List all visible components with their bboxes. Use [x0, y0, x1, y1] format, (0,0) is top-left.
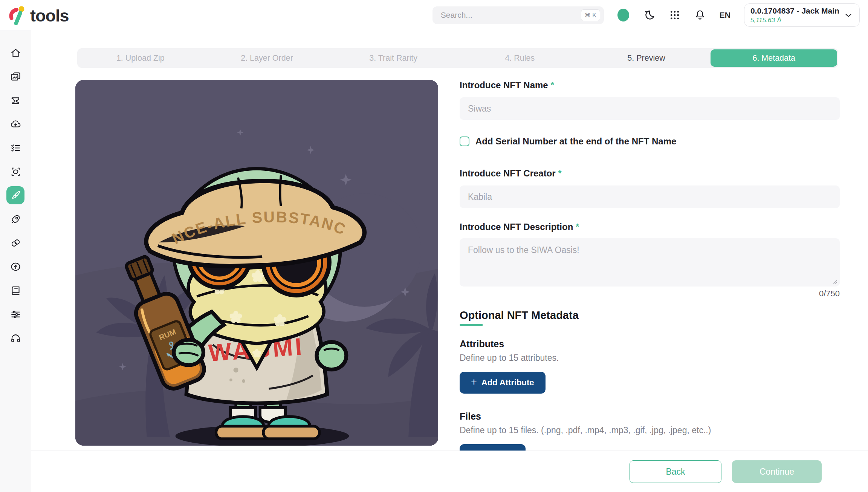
description-char-counter: 0/750 — [460, 289, 840, 299]
paint-brush-icon — [10, 190, 21, 201]
nft-creator-label: Introduce NFT Creator * — [460, 168, 840, 179]
sliders-icon — [10, 308, 21, 320]
account-id-name: 0.0.1704837 - Jack Main — [750, 6, 844, 16]
rocket-icon — [10, 213, 21, 225]
serial-number-checkbox[interactable] — [460, 136, 469, 146]
sidebar-item-launch[interactable] — [6, 210, 24, 228]
main-content: 1. Upload Zip 2. Layer Order 3. Trait Ra… — [31, 30, 868, 492]
continue-button[interactable]: Continue — [732, 460, 822, 483]
step-preview[interactable]: 5. Preview — [583, 48, 710, 68]
sidebar-item-docs[interactable] — [6, 281, 24, 299]
step-rules[interactable]: 4. Rules — [457, 48, 583, 68]
sidebar-item-publish[interactable] — [6, 257, 24, 276]
metadata-form: Introduce NFT Name * Add Serial Number a… — [460, 80, 840, 466]
search-shortcut-badge: ⌘ K — [581, 9, 600, 21]
sidebar-item-design-active[interactable] — [6, 186, 24, 204]
sidebar-item-focus[interactable] — [6, 162, 24, 181]
wizard-footer: Back Continue — [31, 451, 868, 492]
home-icon — [10, 47, 21, 59]
logo-text: tools — [30, 6, 69, 26]
plus-icon: + — [471, 376, 477, 388]
step-trait-rarity[interactable]: 3. Trait Rarity — [330, 48, 457, 68]
sidebar-item-checklist[interactable] — [6, 139, 24, 157]
attributes-hint: Define up to 15 attributes. — [460, 353, 840, 363]
cloud-upload-icon — [10, 118, 21, 130]
step-metadata[interactable]: 6. Metadata — [711, 49, 837, 67]
heading-underline — [460, 324, 483, 326]
rings-icon — [10, 237, 21, 249]
required-asterisk: * — [550, 80, 554, 90]
chevron-down-icon — [844, 10, 853, 20]
app-logo[interactable]: tools — [8, 5, 69, 26]
optional-metadata-heading: Optional NFT Metadata — [460, 309, 840, 322]
account-balance: 5,115.63 ℏ — [750, 16, 844, 24]
book-icon — [10, 285, 21, 296]
required-asterisk: * — [558, 168, 561, 178]
upload-circle-icon — [10, 261, 21, 273]
header-divider — [31, 36, 868, 36]
files-title: Files — [460, 411, 840, 422]
nft-artwork: WAGMI — [75, 80, 438, 446]
resize-handle-icon[interactable] — [832, 279, 837, 284]
gallery-icon — [10, 71, 21, 83]
language-selector[interactable]: EN — [720, 11, 730, 20]
attributes-title: Attributes — [460, 339, 840, 350]
status-avatar-dot[interactable] — [617, 9, 629, 21]
add-attribute-button[interactable]: + Add Attribute — [460, 372, 546, 394]
back-button[interactable]: Back — [630, 460, 721, 483]
sidebar-item-gallery[interactable] — [6, 67, 24, 86]
nft-name-label: Introduce NFT Name * — [460, 80, 840, 91]
sidebar-item-upload-cloud[interactable] — [6, 115, 24, 133]
serial-number-label: Add Serial Number at the end of the NFT … — [475, 136, 676, 147]
search-box[interactable]: ⌘ K — [432, 6, 604, 24]
account-dropdown[interactable]: 0.0.1704837 - Jack Main 5,115.63 ℏ — [744, 3, 860, 27]
apps-menu-button[interactable] — [669, 9, 680, 21]
step-upload-zip[interactable]: 1. Upload Zip — [77, 48, 204, 68]
sidebar-item-support[interactable] — [6, 329, 24, 347]
grid-dots-icon — [669, 9, 680, 21]
nft-description-label: Introduce NFT Description * — [460, 222, 840, 233]
app-window: tools ⌘ K — [0, 0, 868, 492]
stepper: 1. Upload Zip 2. Layer Order 3. Trait Ra… — [77, 48, 838, 68]
sidebar-item-settings[interactable] — [6, 305, 24, 323]
sidebar-item-home[interactable] — [6, 44, 24, 62]
nft-preview-image: WAGMI — [75, 80, 438, 446]
step-layer-order[interactable]: 2. Layer Order — [204, 48, 330, 68]
dark-mode-toggle[interactable] — [643, 9, 656, 21]
sidebar-item-forge[interactable] — [6, 91, 24, 109]
headphones-icon — [10, 332, 21, 344]
files-hint: Define up to 15 files. (.png, .pdf, .mp4… — [460, 425, 840, 436]
logo-icon — [8, 5, 28, 25]
focus-scan-icon — [10, 166, 21, 178]
search-input[interactable] — [441, 11, 581, 20]
checklist-icon — [10, 142, 21, 154]
nft-description-textarea[interactable] — [460, 238, 840, 287]
moon-icon — [643, 9, 656, 21]
nft-name-input[interactable] — [460, 97, 840, 120]
notifications-button[interactable] — [694, 9, 706, 21]
top-header: tools ⌘ K — [0, 0, 868, 30]
nft-creator-input[interactable] — [460, 185, 840, 208]
bell-icon — [694, 9, 706, 21]
required-asterisk: * — [576, 222, 579, 232]
sidebar-item-links[interactable] — [6, 234, 24, 252]
anvil-icon — [10, 95, 21, 106]
left-sidebar — [0, 30, 31, 492]
